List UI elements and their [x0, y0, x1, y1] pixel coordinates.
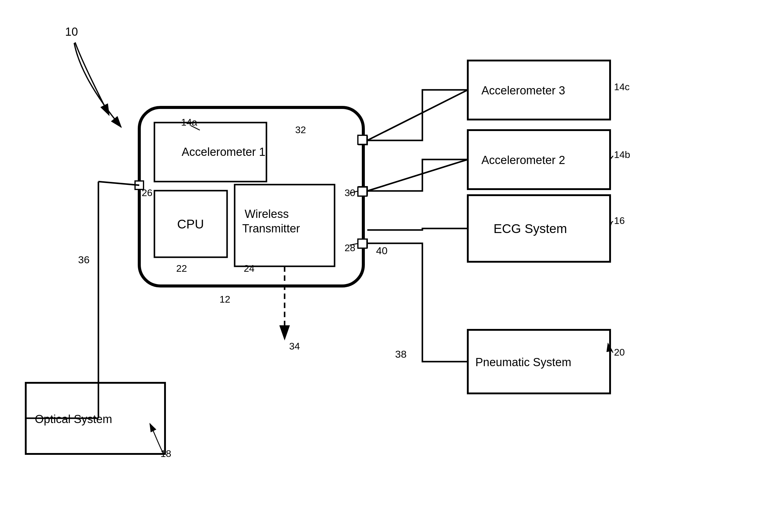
cpu-label: CPU	[177, 217, 204, 231]
ref-16-label: 16	[614, 215, 625, 226]
ref-12-label: 12	[219, 294, 230, 305]
accelerometer2-label: Accelerometer 2	[481, 154, 565, 167]
accelerometer3-label: Accelerometer 3	[481, 84, 565, 97]
ref-18-label: 18	[161, 448, 171, 459]
ref-14a-label: 14a	[181, 117, 197, 128]
wireless-tx-label2: Transmitter	[242, 222, 300, 235]
ecg-system-label: ECG System	[494, 222, 567, 236]
ref-20-label: 20	[614, 347, 625, 358]
optical-system-label: Optical System	[35, 413, 112, 426]
ref-14c-label: 14c	[614, 81, 630, 92]
curved-arrow-10	[74, 43, 121, 127]
ref-14b-label: 14b	[614, 149, 630, 160]
connector-28-sq	[358, 239, 367, 248]
ref-22-label: 22	[176, 263, 187, 274]
ref-32-label: 32	[295, 124, 306, 135]
line-30-ecg	[367, 229, 468, 230]
ref-18-arrow	[150, 424, 164, 454]
ref-34-label: 34	[289, 341, 300, 352]
ref-26-label: 26	[142, 187, 153, 198]
line-to-acc2	[367, 160, 468, 191]
ref-24-label: 24	[244, 263, 255, 274]
line-optical-to-connector	[99, 182, 139, 185]
ref-10: 10	[65, 25, 78, 38]
diagram-container: 10 Accelerometer 1 CPU Wireless Transmit…	[0, 0, 776, 532]
connector-30-sq	[358, 187, 367, 196]
wireless-tx-label1: Wireless	[245, 208, 289, 220]
line-to-acc3	[367, 90, 468, 141]
main-unit-border	[139, 107, 363, 286]
main-svg: 10 Accelerometer 1 CPU Wireless Transmit…	[0, 0, 776, 532]
pneumatic-system-label: Pneumatic System	[475, 356, 571, 368]
connector-32-sq	[358, 135, 367, 145]
accelerometer1-label: Accelerometer 1	[182, 146, 265, 158]
ref-38-label: 38	[395, 348, 407, 360]
ref-36-label: 36	[78, 254, 89, 265]
ref-40-label: 40	[376, 245, 388, 256]
line-28-pneumatic	[367, 243, 468, 362]
